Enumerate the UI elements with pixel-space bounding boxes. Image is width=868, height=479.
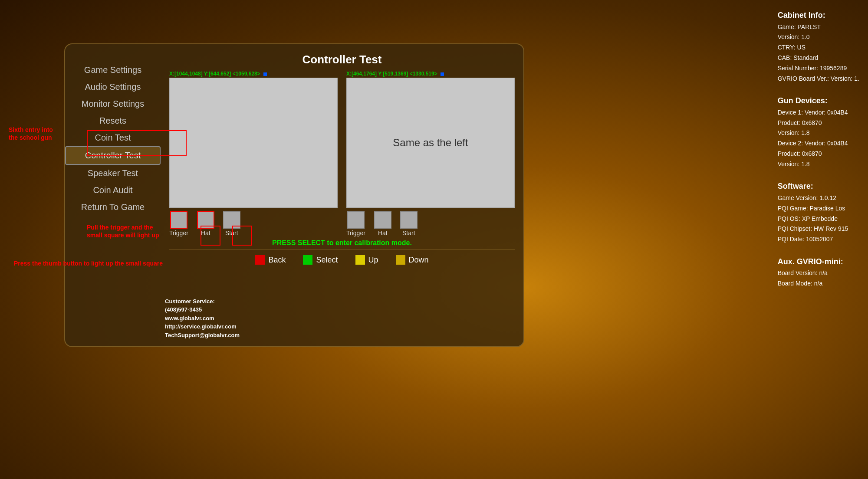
- left-hat-label: Hat: [201, 230, 210, 236]
- device2-vendor: Device 2: Vendor: 0x04B4: [778, 138, 859, 149]
- device1-version: Version: 1.8: [778, 128, 859, 138]
- left-hat-btn: Hat: [197, 211, 214, 236]
- left-dot-marker: [263, 72, 267, 76]
- right-hat-label: Hat: [378, 230, 388, 236]
- board-version: Board Version: n/a: [778, 268, 859, 279]
- software-title: Software:: [778, 180, 859, 193]
- sidebar-item-coin-audit[interactable]: Coin Audit: [65, 182, 161, 199]
- down-label: Down: [409, 256, 429, 265]
- right-hat-square: [374, 211, 391, 229]
- left-coord-label: X:[1044,1048] Y:[644,652] <1059,628>: [169, 71, 338, 77]
- left-hat-square: [197, 211, 214, 229]
- pqi-game: PQI Game: Paradise Los: [778, 203, 859, 214]
- controllers-both: X:[1044,1048] Y:[644,652] <1059,628> Tri…: [169, 71, 515, 236]
- annotation-pull-trigger: Pull the trigger and thesmall square wil…: [87, 223, 159, 239]
- back-icon: [255, 255, 265, 265]
- legend-up: Up: [355, 255, 378, 265]
- pqi-date: PQI Date: 10052007: [778, 234, 859, 245]
- game-version: Game Version: 1.0.12: [778, 193, 859, 203]
- back-label: Back: [268, 256, 286, 265]
- left-trigger-square: [170, 211, 187, 229]
- bottom-legend: Back Select Up Down: [169, 255, 515, 265]
- sidebar-item-coin-test[interactable]: Coin Test: [65, 129, 161, 146]
- cabinet-gvrio: GVRIO Board Ver.: Version: 1.: [778, 74, 859, 84]
- right-crosshair-area: Same as the left: [346, 78, 515, 208]
- customer-service-title: Customer Service:: [165, 297, 240, 306]
- up-icon: [355, 255, 365, 265]
- sidebar-item-speaker-test[interactable]: Speaker Test: [65, 165, 161, 182]
- content-title: Controller Test: [169, 53, 515, 66]
- up-label: Up: [368, 256, 378, 265]
- sidebar-item-audio-settings[interactable]: Audio Settings: [65, 79, 161, 95]
- cabinet-info-title: Cabinet Info:: [778, 9, 859, 22]
- legend-select: Select: [303, 255, 338, 265]
- divider: [169, 249, 515, 250]
- press-select-message: PRESS SELECT to enter calibration mode.: [169, 239, 515, 247]
- cabinet-cab: CAB: Standard: [778, 53, 859, 63]
- pqi-os: PQI OS: XP Embedde: [778, 214, 859, 224]
- cabinet-serial: Serial Number: 19956289: [778, 63, 859, 74]
- left-start-label: Start: [225, 230, 238, 236]
- right-dot-marker: [441, 72, 444, 76]
- legend-back: Back: [255, 255, 286, 265]
- sidebar-item-game-settings[interactable]: Game Settings: [65, 62, 161, 79]
- right-trigger-btn: Trigger: [346, 211, 365, 236]
- sidebar-item-return-to-game[interactable]: Return To Game: [65, 199, 161, 216]
- left-controller-buttons: Trigger Hat Start: [169, 211, 338, 236]
- device2-product: Product: 0x6870: [778, 149, 859, 159]
- cabinet-ctry: CTRY: US: [778, 43, 859, 53]
- annotation-press-thumb: Press the thumb button to light up the s…: [14, 259, 163, 267]
- select-label: Select: [316, 256, 338, 265]
- left-controller-panel: X:[1044,1048] Y:[644,652] <1059,628> Tri…: [169, 71, 338, 236]
- cabinet-game: Game: PARLST: [778, 22, 859, 33]
- board-mode: Board Mode: n/a: [778, 279, 859, 289]
- pqi-chipset: PQI Chipset: HW Rev 915: [778, 224, 859, 234]
- right-start-label: Start: [402, 230, 415, 236]
- left-crosshair-area: [169, 78, 338, 208]
- right-controller-panel: X:[464,1764] Y:[519,1369] <1330,519> Sam…: [346, 71, 515, 236]
- device1-product: Product: 0x6870: [778, 118, 859, 128]
- cabinet-version: Version: 1.0: [778, 32, 859, 43]
- sidebar-item-controller-test[interactable]: Controller Test: [65, 146, 161, 165]
- legend-down: Down: [396, 255, 429, 265]
- customer-phone: (408)597-3435: [165, 305, 240, 314]
- right-controller-buttons: Trigger Hat Start: [346, 211, 515, 236]
- gun-devices-title: Gun Devices:: [778, 94, 859, 108]
- left-trigger-btn: Trigger: [169, 211, 188, 236]
- right-trigger-label: Trigger: [346, 230, 365, 236]
- right-hat-btn: Hat: [374, 211, 391, 236]
- annotation-sixth-entry: Sixth entry intothe school gun: [9, 126, 53, 141]
- right-trigger-square: [347, 211, 365, 229]
- sidebar-item-resets[interactable]: Resets: [65, 112, 161, 129]
- customer-email: TechSupport@globalvr.com: [165, 331, 240, 340]
- aux-title: Aux. GVRIO-mini:: [778, 255, 859, 269]
- customer-service-url: http://service.globalvr.com: [165, 322, 240, 331]
- same-as-text: Same as the left: [393, 137, 468, 149]
- customer-service: Customer Service: (408)597-3435 www.glob…: [165, 297, 240, 340]
- sidebar-item-monitor-settings[interactable]: Monitor Settings: [65, 95, 161, 112]
- select-icon: [303, 255, 312, 265]
- left-start-square: [223, 211, 240, 229]
- left-start-btn: Start: [223, 211, 240, 236]
- device1-vendor: Device 1: Vendor: 0x04B4: [778, 108, 859, 118]
- content-area: Controller Test X:[1044,1048] Y:[644,652…: [161, 44, 523, 346]
- customer-website: www.globalvr.com: [165, 314, 240, 323]
- right-start-btn: Start: [400, 211, 418, 236]
- sidebar: Game Settings Audio Settings Monitor Set…: [65, 44, 161, 346]
- right-coord-label: X:[464,1764] Y:[519,1369] <1330,519>: [346, 71, 515, 77]
- left-trigger-label: Trigger: [169, 230, 188, 236]
- right-start-square: [400, 211, 418, 229]
- device2-version: Version: 1.8: [778, 159, 859, 170]
- cabinet-info-panel: Cabinet Info: Game: PARLST Version: 1.0 …: [778, 9, 859, 289]
- down-icon: [396, 255, 405, 265]
- main-panel: Game Settings Audio Settings Monitor Set…: [64, 43, 524, 347]
